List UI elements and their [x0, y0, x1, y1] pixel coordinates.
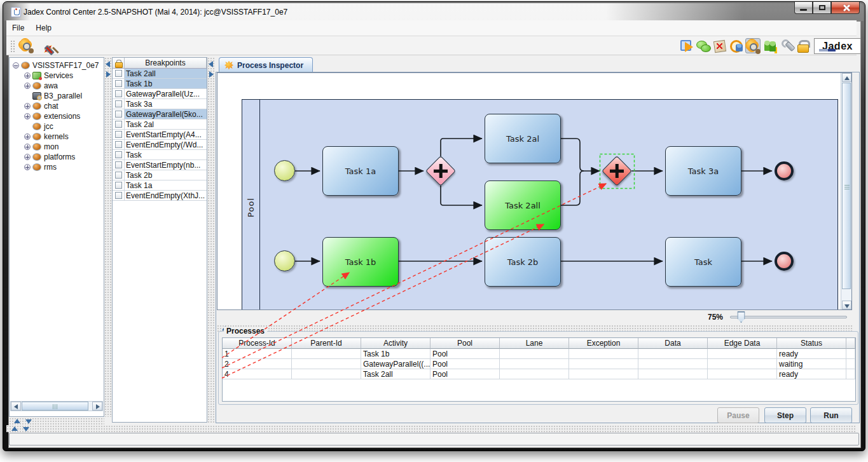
minimize-button[interactable] [794, 2, 813, 14]
cell-status[interactable]: ready [777, 349, 846, 359]
split-divider-tree[interactable] [104, 57, 112, 417]
tree-collapse-handle[interactable] [13, 62, 19, 69]
cell-parent-id[interactable] [292, 359, 361, 369]
collapse-right-icon[interactable] [106, 71, 111, 78]
tree-expand-handle[interactable] [24, 72, 31, 79]
collapse-left-icon[interactable] [209, 61, 213, 67]
cell-data[interactable] [638, 369, 708, 379]
breakpoint-row[interactable]: EventEndEmpty(/Wd... [113, 140, 207, 150]
collapse-up-icon[interactable] [11, 426, 18, 431]
breakpoint-row[interactable]: GatewayParallel(5ko... [113, 109, 207, 119]
collapse-left-icon[interactable] [106, 61, 110, 67]
cell-parent-id[interactable] [292, 349, 361, 359]
task-2all[interactable]: Task 2all [485, 180, 561, 230]
tree-item-mon[interactable]: mon [10, 142, 104, 152]
breakpoint-checkbox[interactable] [115, 111, 122, 118]
breakpoint-row[interactable]: EventStartEmpty(nb... [113, 160, 207, 170]
cell-status[interactable]: waiting [777, 359, 846, 369]
breakpoint-row[interactable]: Task 2b [113, 170, 207, 180]
cell-exception[interactable] [569, 369, 638, 379]
tree-item-awa[interactable]: awa [10, 81, 104, 91]
breakpoint-lock-column-header[interactable] [113, 58, 125, 68]
component-viewer-icon[interactable] [745, 38, 761, 53]
column-header-data[interactable]: Data [638, 338, 708, 349]
tree-item-services[interactable]: Services [10, 71, 104, 81]
task-1a[interactable]: Task 1a [322, 146, 399, 196]
conversation-icon[interactable] [696, 38, 711, 53]
awareness-icon[interactable] [729, 38, 744, 53]
zoom-slider-thumb[interactable] [737, 311, 745, 323]
lock-icon[interactable] [795, 38, 810, 53]
column-header-activity[interactable]: Activity [361, 338, 431, 349]
tree-expand-handle[interactable] [24, 83, 31, 89]
breakpoint-checkbox[interactable] [115, 70, 122, 77]
scroll-left-icon[interactable] [11, 402, 21, 411]
task-3a[interactable]: Task 3a [665, 146, 741, 196]
column-header-exception[interactable]: Exception [569, 338, 638, 349]
breakpoint-checkbox[interactable] [115, 141, 122, 148]
tree-expand-handle[interactable] [24, 164, 31, 170]
breakpoint-checkbox[interactable] [115, 192, 122, 199]
breakpoint-checkbox[interactable] [115, 172, 122, 179]
breakpoint-row[interactable]: Task [113, 150, 207, 160]
end-event-1[interactable] [775, 161, 794, 180]
split-divider-breakpoints[interactable] [207, 57, 215, 423]
breakpoint-checkbox[interactable] [115, 80, 122, 87]
starter-icon[interactable] [679, 38, 694, 53]
column-header-status[interactable]: Status [777, 338, 846, 349]
task[interactable]: Task [665, 237, 741, 287]
breakpoint-row[interactable]: Task 1b [113, 79, 207, 89]
cell-pool[interactable]: Pool [431, 369, 500, 379]
cell-data[interactable] [638, 349, 708, 359]
security-icon[interactable] [763, 38, 778, 53]
column-header-lane[interactable]: Lane [500, 338, 569, 349]
cell-edge-data[interactable] [708, 369, 777, 379]
breakpoint-checkbox[interactable] [115, 151, 122, 158]
breakpoint-row[interactable]: Task 1a [113, 180, 207, 191]
bpmn-canvas[interactable]: Pool [217, 73, 841, 309]
title-bar[interactable]: Jadex Control Center 2.5-SNAPSHOT (Mai 4… [4, 3, 864, 21]
menu-file[interactable]: File [6, 22, 30, 34]
split-divider-tree-bottom[interactable] [9, 418, 104, 425]
tree-expand-handle[interactable] [24, 154, 31, 160]
breakpoint-checkbox[interactable] [115, 131, 122, 138]
collapse-down-icon[interactable] [23, 427, 29, 431]
cell-process-id[interactable]: 4 [223, 369, 292, 379]
breakpoint-checkbox[interactable] [115, 90, 122, 97]
tree-item-rms[interactable]: rms [10, 162, 104, 172]
collapse-up-icon[interactable] [14, 419, 20, 423]
tree-expand-handle[interactable] [24, 113, 31, 119]
test-center-icon[interactable] [712, 38, 727, 53]
end-event-2[interactable] [775, 252, 794, 271]
cell-parent-id[interactable] [292, 369, 361, 379]
tree-item-platform[interactable]: VSISSTAFF17_0e7 [10, 60, 104, 71]
tree-item-extensions[interactable]: extensions [10, 111, 104, 121]
column-header-parent-id[interactable]: Parent-Id [292, 338, 361, 349]
breakpoint-row[interactable]: Task 2all [113, 69, 207, 79]
tree-expand-handle[interactable] [24, 133, 31, 140]
breakpoint-row[interactable]: EventStartEmpty(A4... [113, 130, 207, 140]
cell-activity[interactable]: Task 2all [361, 369, 431, 379]
cell-activity[interactable]: GatewayParallel((... [361, 359, 431, 369]
scrollbar-thumb[interactable] [22, 402, 88, 411]
breakpoint-row[interactable]: EventEndEmpty(XthJ... [113, 191, 207, 201]
toolbar-grip[interactable] [10, 40, 15, 53]
cell-process-id[interactable]: 2 [223, 359, 292, 369]
scroll-right-icon[interactable] [92, 402, 102, 411]
breakpoints-column-header[interactable]: Breakpoints [125, 58, 207, 68]
settings-icon[interactable] [780, 38, 795, 53]
breakpoint-row[interactable]: Task 2al [113, 119, 207, 130]
cell-lane[interactable] [500, 349, 569, 359]
tree-horizontal-scrollbar[interactable] [10, 401, 103, 411]
collapse-right-icon[interactable] [209, 71, 214, 78]
tree-item-kernels[interactable]: kernels [10, 132, 104, 142]
cell-status[interactable]: ready [777, 369, 846, 379]
column-header-edge-data[interactable]: Edge Data [708, 338, 777, 349]
breakpoint-checkbox[interactable] [115, 161, 122, 168]
tree-expand-handle[interactable] [24, 144, 31, 150]
column-header-pool[interactable]: Pool [431, 338, 500, 349]
breakpoint-row[interactable]: GatewayParallel(Uz... [113, 89, 207, 99]
cell-pool[interactable]: Pool [431, 359, 500, 369]
cell-exception[interactable] [569, 349, 638, 359]
cell-lane[interactable] [500, 369, 569, 379]
